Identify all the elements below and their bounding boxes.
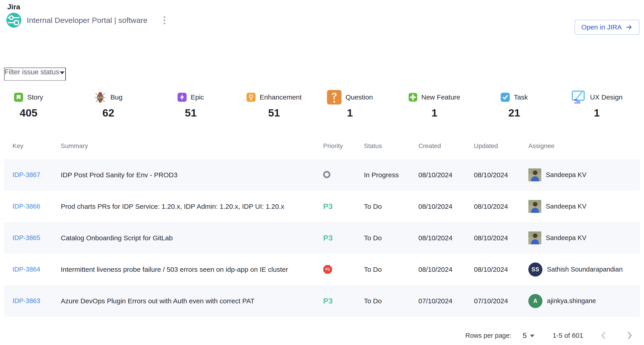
table-row: IDP-3866Prod charts PRs for IDP Service:… — [4, 191, 640, 222]
issue-type-counters: Story405</>Bug62Epic51Enhancement51?Ques… — [0, 90, 644, 119]
chevron-right-icon — [626, 331, 634, 340]
issue-counter-epic: Epic51 — [178, 90, 204, 119]
assignee-name: Sandeepa KV — [546, 171, 586, 179]
issue-updated-date: 08/10/2024 — [474, 203, 528, 210]
table-row: IDP-3867IDP Post Prod Sanity for Env - P… — [4, 159, 640, 191]
issue-updated-date: 08/10/2024 — [474, 234, 528, 242]
story-icon — [14, 93, 23, 102]
question-icon: ? — [327, 90, 342, 104]
issue-created-date: 08/10/2024 — [418, 234, 474, 242]
priority-p3-icon: P3 — [323, 234, 333, 242]
issue-counter-story: Story405 — [14, 90, 43, 119]
assignee-avatar — [528, 168, 541, 181]
table-row: IDP-3864Intermittent liveness probe fail… — [4, 254, 640, 285]
issue-updated-date: 08/10/2024 — [474, 266, 528, 273]
issue-key-link[interactable]: IDP-3866 — [12, 203, 40, 210]
open-in-jira-button[interactable]: Open in JIRA — [574, 20, 640, 35]
issue-counter-new-feature: New Feature1 — [408, 90, 460, 119]
epic-icon — [178, 93, 186, 102]
counter-label: Question — [346, 93, 373, 101]
rows-per-page-label: Rows per page: — [465, 332, 511, 339]
svg-text:?: ? — [331, 91, 337, 101]
enhancement-icon — [246, 93, 256, 102]
new-feature-icon — [408, 93, 417, 101]
counter-label: Bug — [110, 93, 122, 101]
assignee-name: Sathish Soundarapandian — [547, 266, 623, 273]
issue-summary: Azure DevOps Plugin Errors out with Auth… — [61, 297, 323, 305]
column-header-summary: Summary — [61, 142, 323, 150]
issue-status: To Do — [364, 297, 418, 305]
next-page-button[interactable] — [624, 330, 635, 341]
issue-summary: Intermittent liveness probe failure / 50… — [61, 266, 323, 273]
issue-counter-bug: </>Bug62 — [94, 90, 122, 119]
bug-icon: </> — [94, 91, 106, 103]
pagination-bar: Rows per page: 5 1-5 of 601 — [465, 327, 635, 345]
entity-header: Internal Developer Portal | software — [6, 13, 168, 28]
ux-design-icon — [571, 90, 586, 104]
column-header-created: Created — [418, 142, 474, 150]
issue-created-date: 08/10/2024 — [418, 171, 474, 179]
issue-counter-task: Task21 — [501, 90, 528, 119]
issue-summary: Catalog Onboarding Script for GitLab — [61, 234, 323, 242]
open-in-jira-label: Open in JIRA — [582, 23, 622, 31]
issue-updated-date: 08/10/2024 — [474, 171, 528, 179]
counter-value: 21 — [508, 106, 520, 119]
counter-label: New Feature — [421, 93, 460, 101]
priority-p1-icon: P1 — [323, 265, 332, 274]
svg-text:</>: </> — [97, 96, 103, 99]
priority-p3-icon: P3 — [323, 202, 333, 211]
issue-counter-enhancement: Enhancement51 — [246, 90, 302, 119]
entity-avatar-icon — [6, 13, 21, 28]
page-title: Jira — [7, 3, 20, 11]
issue-status: To Do — [364, 203, 418, 210]
caret-down-icon — [530, 335, 534, 337]
counter-label: Enhancement — [260, 93, 302, 101]
counter-value: 51 — [268, 106, 280, 119]
assignee-name: Sandeepa KV — [546, 203, 586, 210]
arrow-right-icon — [626, 23, 633, 31]
more-options-button[interactable] — [162, 14, 168, 26]
issue-updated-date: 07/10/2024 — [474, 297, 528, 305]
counter-label: Story — [27, 93, 43, 101]
issue-key-link[interactable]: IDP-3865 — [12, 234, 40, 241]
column-header-key: Key — [4, 142, 61, 150]
filter-issue-status-label: Filter issue status — [4, 68, 59, 76]
assignee-avatar — [528, 200, 541, 213]
priority-p3-icon: P3 — [323, 297, 333, 305]
counter-label: Task — [514, 93, 528, 101]
counter-value: 405 — [20, 106, 38, 119]
issue-key-link[interactable]: IDP-3867 — [12, 171, 40, 178]
counter-value: 1 — [347, 106, 353, 119]
assignee-avatar: A — [528, 294, 542, 308]
column-header-priority: Priority — [323, 142, 364, 150]
column-header-status: Status — [364, 142, 418, 150]
counter-label: UX Design — [590, 93, 622, 101]
previous-page-button[interactable] — [598, 330, 609, 341]
table-header-row: KeySummaryPriorityStatusCreatedUpdatedAs… — [4, 133, 640, 159]
counter-label: Epic — [191, 93, 204, 101]
column-header-assignee: Assignee — [528, 142, 640, 150]
rows-per-page-value: 5 — [523, 332, 527, 340]
issue-key-link[interactable]: IDP-3863 — [12, 297, 40, 305]
priority-none-icon — [323, 171, 330, 178]
issue-created-date: 07/10/2024 — [418, 297, 474, 305]
counter-value: 1 — [594, 106, 600, 119]
chevron-left-icon — [600, 331, 608, 340]
task-icon — [501, 93, 510, 102]
assignee-name: ajinkya.shingane — [547, 297, 596, 305]
issue-status: In Progress — [364, 171, 418, 179]
filter-issue-status-select[interactable]: Filter issue status — [4, 67, 66, 81]
issue-status: To Do — [364, 234, 418, 242]
issue-key-link[interactable]: IDP-3864 — [12, 266, 40, 273]
issue-status: To Do — [364, 266, 418, 273]
rows-per-page-select[interactable]: 5 — [523, 332, 534, 340]
column-header-updated: Updated — [474, 142, 528, 150]
counter-value: 62 — [102, 106, 114, 119]
assignee-avatar: SS — [528, 263, 542, 277]
issues-table: KeySummaryPriorityStatusCreatedUpdatedAs… — [4, 133, 640, 317]
pagination-range: 1-5 of 601 — [552, 332, 583, 339]
issue-created-date: 08/10/2024 — [418, 266, 474, 273]
assignee-name: Sandeepa KV — [546, 234, 586, 242]
issue-summary: IDP Post Prod Sanity for Env - PROD3 — [61, 171, 323, 179]
counter-value: 1 — [432, 106, 438, 119]
